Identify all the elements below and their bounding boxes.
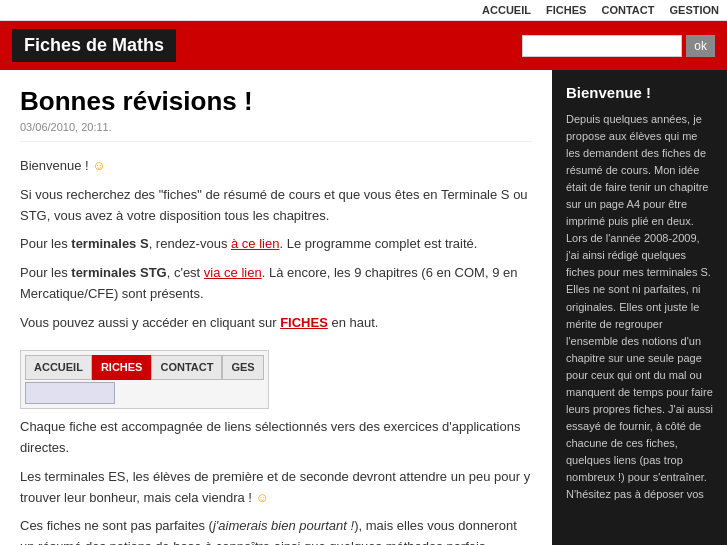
- mini-nav-riches: RICHES: [92, 355, 152, 381]
- sidebar-text: Depuis quelques années, je propose aux é…: [566, 111, 713, 503]
- post-body: Bienvenue ! ☺ Si vous recherchez des "fi…: [20, 156, 532, 545]
- mini-nav-cursor: [25, 382, 115, 404]
- search-button[interactable]: ok: [686, 35, 715, 57]
- top-navigation: ACCUEIL FICHES CONTACT GESTION: [0, 0, 727, 21]
- search-input[interactable]: [522, 35, 682, 57]
- nav-contact[interactable]: CONTACT: [601, 4, 654, 16]
- post-date: 03/06/2010, 20:11.: [20, 121, 532, 142]
- smile-icon: ☺: [92, 158, 105, 173]
- mini-nav-contact: CONTACT: [151, 355, 222, 381]
- post-greeting: Bienvenue ! ☺: [20, 156, 532, 177]
- post-line-3: Pour les terminales STG, c'est via ce li…: [20, 263, 532, 305]
- post-line-6: Les terminales ES, les élèves de premièr…: [20, 467, 532, 509]
- post-line-4: Vous pouvez aussi y accéder en cliquant …: [20, 313, 532, 334]
- italics-text: j'aimerais bien pourtant !: [213, 518, 354, 533]
- terminales-s-label: terminales S: [71, 236, 148, 251]
- nav-accueil[interactable]: ACCUEIL: [482, 4, 531, 16]
- link-terminales-s[interactable]: à ce lien: [231, 236, 279, 251]
- post-line-5: Chaque fiche est accompagnée de liens sé…: [20, 417, 532, 459]
- post-line-1: Si vous recherchez des "fiches" de résum…: [20, 185, 532, 227]
- header-search: ok: [522, 35, 715, 57]
- mini-nav-bar: ACCUEIL RICHES CONTACT GES: [25, 355, 264, 381]
- mini-nav-ges: GES: [222, 355, 263, 381]
- sidebar: Bienvenue ! Depuis quelques années, je p…: [552, 70, 727, 545]
- page-wrapper: Bonnes révisions ! 03/06/2010, 20:11. Bi…: [0, 70, 727, 545]
- site-title: Fiches de Maths: [12, 29, 176, 62]
- nav-fiches[interactable]: FICHES: [546, 4, 586, 16]
- page-title: Bonnes révisions !: [20, 86, 532, 117]
- sidebar-title: Bienvenue !: [566, 84, 713, 101]
- mini-nav-screenshot: ACCUEIL RICHES CONTACT GES: [20, 350, 269, 410]
- post-line-7: Ces fiches ne sont pas parfaites (j'aime…: [20, 516, 532, 545]
- link-fiches-top[interactable]: FICHES: [280, 315, 328, 330]
- smile2-icon: ☺: [256, 490, 269, 505]
- terminales-stg-label: terminales STG: [71, 265, 166, 280]
- link-terminales-stg[interactable]: via ce lien: [204, 265, 262, 280]
- post-line-2: Pour les terminales S, rendez-vous à ce …: [20, 234, 532, 255]
- mini-nav-accueil: ACCUEIL: [25, 355, 92, 381]
- main-content: Bonnes révisions ! 03/06/2010, 20:11. Bi…: [0, 70, 552, 545]
- site-header: Fiches de Maths ok: [0, 21, 727, 70]
- nav-gestion[interactable]: GESTION: [669, 4, 719, 16]
